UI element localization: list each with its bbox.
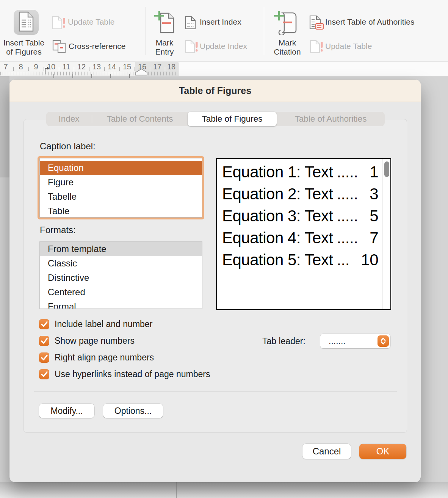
preview-line: Equation 1: Text.....1 [222,161,378,183]
mark-entry-icon [154,10,175,36]
first-line-indent-marker[interactable] [44,66,50,75]
preview-scrollbar[interactable] [382,159,390,309]
page-edge-line [176,482,177,498]
formats-label: Formats: [40,225,76,235]
options-button[interactable]: Options... [103,404,163,418]
update-table-button: Update Table [68,17,114,27]
ruler-number: 12 [76,63,87,71]
section-divider [34,391,397,392]
update-table-icon [52,16,66,31]
checkbox-checked-icon[interactable] [39,352,49,363]
list-item-table[interactable]: Table [40,204,202,218]
tab-stop-mark[interactable] [129,74,130,78]
tab-stop-mark[interactable] [110,74,111,78]
checkbox-label: Show page numbers [55,336,135,346]
list-item-tabelle[interactable]: Tabelle [40,189,202,204]
ruler-number: 8 [15,63,27,71]
checkbox-label: Use hyperlinks instead of page numbers [55,369,210,379]
ruler-right-field [178,62,448,76]
checkbox-checked-icon[interactable] [39,336,49,346]
tab-leader-value: ....... [329,334,346,348]
tab-stop-mark[interactable] [91,74,92,78]
ruler-number: 14 [106,63,117,71]
dialog-tab-bar: Index Table of Contents Table of Figures… [46,112,385,126]
insert-index-icon [185,16,197,31]
caption-label-listbox: Equation Figure Tabelle Table [38,156,204,219]
checkbox-use-hyperlinks[interactable]: Use hyperlinks instead of page numbers [39,369,210,379]
ruler-number: 15 [121,63,133,71]
insert-table-of-authorities-button[interactable]: Insert Table of Authorities [325,17,414,27]
list-item-equation[interactable]: Equation [40,161,202,175]
insert-table-of-figures-label: Insert Table of Figures [0,38,48,56]
mark-entry-button[interactable]: Mark Entry [149,38,180,56]
caption-label-list: Equation Figure Tabelle Table [39,158,202,218]
list-item-centered[interactable]: Centered [40,285,202,299]
dialog-titlebar: Table of Figures [9,80,421,102]
ribbon-separator [146,7,146,55]
ruler-number: 13 [91,63,102,71]
ruler-number: 17 [152,63,163,71]
update-index-icon [185,40,198,55]
list-item-from-template[interactable]: From template [40,242,202,256]
ruler-number: 11 [61,63,72,71]
preview-scrollbar-thumb[interactable] [384,161,389,177]
tab-table-of-figures[interactable]: Table of Figures [188,112,277,126]
ribbon: Insert Table of Figures Update Table Cro… [0,0,448,62]
right-margin-marker[interactable] [135,69,147,77]
ribbon-separator [264,7,264,55]
mark-citation-icon [274,10,298,36]
cross-reference-button[interactable]: Cross-reference [69,42,126,51]
dropdown-stepper-icon[interactable] [378,335,389,347]
checkbox-right-align-page-numbers[interactable]: Right align page numbers [39,352,154,363]
tab-table-of-contents[interactable]: Table of Contents [92,112,188,126]
ok-button[interactable]: OK [359,444,406,459]
document-background [0,482,448,498]
insert-table-of-authorities-icon [309,15,325,33]
insert-index-button[interactable]: Insert Index [200,17,241,27]
tab-stop-mark[interactable] [72,74,73,78]
preview-line: Equation 5: Text...10 [222,249,378,271]
preview-line: Equation 3: Text.....5 [222,205,378,227]
tab-table-of-authorities[interactable]: Table of Authorities [277,112,385,126]
formats-listbox: From template Classic Distinctive Center… [39,241,202,309]
cancel-button[interactable]: Cancel [302,444,351,459]
tab-stop-mark[interactable] [53,74,54,78]
preview-lines: Equation 1: Text.....1 Equation 2: Text.… [222,161,378,271]
insert-table-of-figures-button[interactable] [14,10,39,35]
ruler-number: 18 [166,63,177,71]
table-of-figures-icon [18,11,34,33]
table-of-figures-dialog: Table of Figures Index Table of Contents… [9,80,421,482]
checkbox-include-label-and-number[interactable]: Include label and number [39,319,152,329]
document-background [0,76,9,177]
ruler-number: 7 [0,63,11,71]
list-item-classic[interactable]: Classic [40,256,202,271]
ruler-number: 9 [30,63,42,71]
list-item-distinctive[interactable]: Distinctive [40,271,202,285]
update-table-2-button: Update Table [325,42,372,51]
print-preview-box: Equation 1: Text.....1 Equation 2: Text.… [216,158,391,310]
horizontal-ruler: 7 8 9 10 11 12 13 14 15 16 17 18 [0,62,448,77]
tab-leader-label: Tab leader: [262,336,305,346]
dialog-title: Table of Figures [9,80,421,102]
caption-label-label: Caption label: [40,141,96,152]
update-index-button: Update Index [200,42,247,51]
checkbox-label: Include label and number [55,319,152,329]
update-table-2-icon [310,40,323,55]
checkbox-label: Right align page numbers [55,352,154,363]
screen: Insert Table of Figures Update Table Cro… [0,0,448,498]
preview-line: Equation 4: Text.....7 [222,227,378,249]
list-item-figure[interactable]: Figure [40,175,202,189]
tab-leader-dropdown[interactable]: ....... [320,334,390,348]
mark-citation-button[interactable]: Mark Citation [266,38,309,56]
cross-reference-icon [52,40,66,55]
preview-line: Equation 2: Text.....3 [222,183,378,205]
ruler-minor-ticks [0,72,178,75]
checkbox-checked-icon[interactable] [39,369,49,379]
ruler-numbers: 7 8 9 10 11 12 13 14 15 16 17 18 [0,63,178,71]
tab-index[interactable]: Index [46,112,92,126]
list-item-formal[interactable]: Formal [40,299,202,309]
checkbox-show-page-numbers[interactable]: Show page numbers [39,336,135,346]
checkbox-checked-icon[interactable] [39,319,49,329]
modify-button[interactable]: Modify... [39,404,94,418]
